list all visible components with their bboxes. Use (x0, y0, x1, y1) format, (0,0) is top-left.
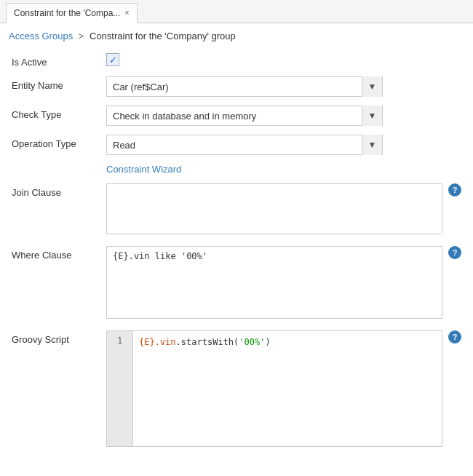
constraint-wizard-row: Constraint Wizard (12, 164, 461, 175)
join-clause-help-icon[interactable]: ? (448, 183, 461, 197)
is-active-label: Is Active (12, 53, 106, 68)
is-active-checkbox[interactable]: ✓ (106, 53, 119, 66)
code-method: .startsWith( (176, 336, 239, 349)
breadcrumb: Access Groups > Constraint for the 'Comp… (0, 23, 473, 47)
operation-type-dropdown-arrow[interactable]: ▼ (362, 135, 382, 155)
where-clause-row: Where Clause ? (12, 246, 461, 319)
join-clause-label: Join Clause (12, 183, 106, 198)
join-clause-area: ? (106, 183, 461, 234)
entity-name-label: Entity Name (12, 76, 106, 91)
code-string: '00%' (239, 336, 265, 349)
check-type-select[interactable]: Check in database and in memory ▼ (106, 106, 383, 126)
constraint-wizard-spacer (12, 164, 106, 167)
breadcrumb-current: Constraint for the 'Company' group (90, 31, 236, 41)
check-type-row: Check Type Check in database and in memo… (12, 106, 461, 126)
entity-name-control: Car (ref$Car) ▼ (106, 76, 461, 97)
groovy-script-area: 1 {E}.vin.startsWith('00%') ? (106, 330, 461, 447)
line-number: 1 (107, 336, 132, 346)
tab-bar: Constraint for the 'Compa... × (0, 0, 473, 23)
entity-name-select[interactable]: Car (ref$Car) ▼ (106, 76, 383, 97)
code-gutter: 1 (107, 331, 133, 446)
entity-name-dropdown-arrow[interactable]: ▼ (362, 76, 382, 97)
groovy-script-row: Groovy Script 1 {E}.vin.startsWith('00%'… (12, 330, 461, 447)
constraint-wizard-link[interactable]: Constraint Wizard (106, 164, 181, 175)
check-type-control: Check in database and in memory ▼ (106, 106, 461, 126)
breadcrumb-separator: > (79, 31, 84, 41)
where-clause-input[interactable] (106, 246, 442, 319)
operation-type-row: Operation Type Read ▼ (12, 135, 461, 155)
entity-name-value: Car (ref$Car) (107, 82, 362, 92)
active-tab[interactable]: Constraint for the 'Compa... × (6, 3, 138, 23)
join-clause-row: Join Clause ? (12, 183, 461, 234)
operation-type-select[interactable]: Read ▼ (106, 135, 383, 155)
tab-close-button[interactable]: × (124, 9, 129, 17)
join-clause-input[interactable] (106, 183, 442, 234)
tab-label: Constraint for the 'Compa... (14, 8, 120, 18)
code-line-1: {E}.vin.startsWith('00%') (139, 336, 436, 349)
groovy-script-editor[interactable]: 1 {E}.vin.startsWith('00%') (106, 330, 442, 447)
checkbox-checkmark: ✓ (109, 55, 117, 65)
entity-name-row: Entity Name Car (ref$Car) ▼ (12, 76, 461, 97)
breadcrumb-link[interactable]: Access Groups (9, 31, 73, 41)
check-type-value: Check in database and in memory (107, 111, 362, 122)
groovy-script-label: Groovy Script (12, 330, 106, 345)
operation-type-value: Read (107, 140, 362, 151)
where-clause-help-icon[interactable]: ? (448, 246, 461, 259)
operation-type-control: Read ▼ (106, 135, 461, 155)
check-type-dropdown-arrow[interactable]: ▼ (362, 106, 382, 126)
code-content: {E}.vin.startsWith('00%') (133, 331, 442, 446)
operation-type-label: Operation Type (12, 135, 106, 149)
groovy-script-help-icon[interactable]: ? (448, 330, 461, 344)
check-type-label: Check Type (12, 106, 106, 120)
form-area: Is Active ✓ Entity Name Car (ref$Car) ▼ … (0, 47, 473, 464)
where-clause-label: Where Clause (12, 246, 106, 261)
code-close-paren: ) (265, 336, 270, 349)
is-active-row: Is Active ✓ (12, 53, 461, 68)
code-object: {E}.vin (139, 336, 176, 349)
constraint-wizard-control: Constraint Wizard (106, 164, 461, 175)
where-clause-area: ? (106, 246, 461, 319)
is-active-control: ✓ (106, 53, 461, 66)
